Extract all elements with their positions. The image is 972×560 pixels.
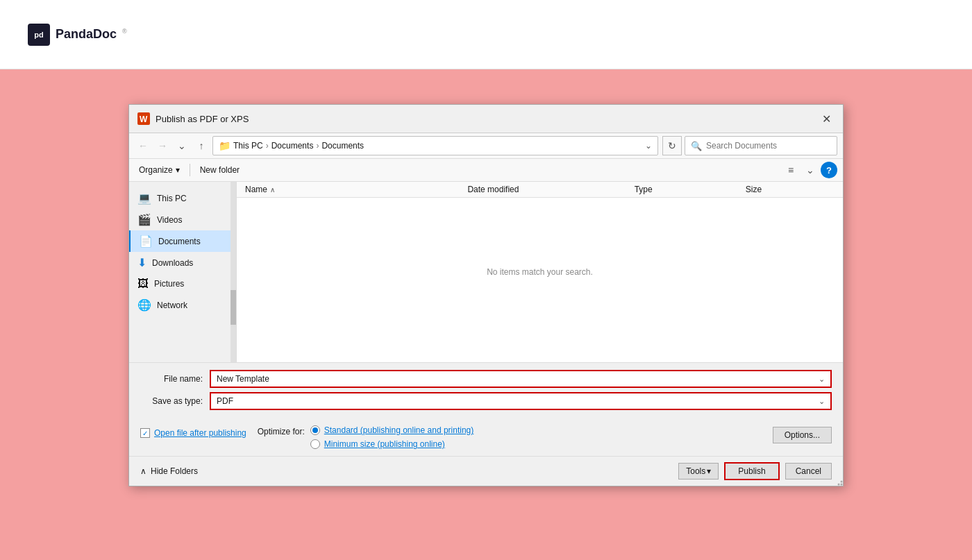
sidebar-item-documents-label: Documents bbox=[158, 237, 201, 246]
column-name[interactable]: Name ∧ bbox=[245, 185, 467, 194]
sidebar: 💻 This PC 🎬 Videos 📄 Documents ⬇ Downloa… bbox=[129, 182, 237, 362]
app-logo: pd PandaDoc ® bbox=[28, 24, 127, 46]
new-folder-label: New folder bbox=[200, 165, 240, 175]
tools-label: Tools bbox=[686, 466, 705, 476]
sidebar-item-network[interactable]: 🌐 Network bbox=[129, 294, 236, 316]
organize-button[interactable]: Organize ▾ bbox=[135, 163, 184, 177]
folder-icon: 📁 bbox=[219, 140, 231, 151]
save-type-value: PDF bbox=[217, 396, 233, 406]
search-input[interactable] bbox=[706, 141, 817, 151]
organize-label: Organize bbox=[139, 165, 173, 175]
pictures-icon: 🖼 bbox=[137, 278, 149, 290]
file-name-dropdown-arrow[interactable]: ⌄ bbox=[819, 375, 825, 384]
breadcrumb-documents2: Documents bbox=[321, 141, 364, 151]
tools-button[interactable]: Tools ▾ bbox=[678, 463, 719, 480]
file-name-input[interactable]: New Template ⌄ bbox=[210, 370, 832, 388]
open-file-checkbox[interactable]: ✓ bbox=[140, 428, 150, 438]
minimum-label[interactable]: Minimum size (publishing online) bbox=[324, 439, 445, 449]
new-folder-button[interactable]: New folder bbox=[196, 163, 244, 177]
file-name-label: File name: bbox=[140, 374, 210, 384]
view-mode-button[interactable]: ≡ bbox=[782, 162, 800, 178]
options-area: ✓ Open file after publishing Optimize fo… bbox=[129, 421, 843, 456]
options-button[interactable]: Options... bbox=[773, 427, 832, 443]
minimum-radio-option: Minimum size (publishing online) bbox=[310, 439, 474, 449]
nav-back-button[interactable]: ← bbox=[135, 137, 151, 154]
dialog-title-text: Publish as PDF or XPS bbox=[156, 114, 249, 124]
publish-button[interactable]: Publish bbox=[724, 462, 779, 480]
downloads-icon: ⬇ bbox=[137, 256, 146, 269]
dialog-close-button[interactable]: ✕ bbox=[818, 110, 835, 127]
sidebar-item-this-pc-label: This PC bbox=[157, 194, 187, 203]
sidebar-item-downloads-label: Downloads bbox=[152, 258, 193, 268]
nav-forward-button[interactable]: → bbox=[154, 137, 171, 154]
search-bar: 🔍 bbox=[685, 136, 837, 155]
hide-folders-arrow: ∧ bbox=[140, 466, 146, 476]
sidebar-scrollbar[interactable] bbox=[231, 182, 236, 362]
footer-right: Tools ▾ Publish Cancel bbox=[678, 462, 832, 480]
sidebar-scroll-thumb[interactable] bbox=[231, 290, 236, 325]
sidebar-item-pictures-label: Pictures bbox=[154, 279, 184, 289]
logo-icon: pd bbox=[28, 24, 50, 46]
hide-folders-button[interactable]: ∧ Hide Folders bbox=[140, 466, 198, 476]
cancel-button[interactable]: Cancel bbox=[785, 463, 832, 480]
minimum-radio[interactable] bbox=[310, 439, 320, 449]
optimize-radio-group: Standard (publishing online and printing… bbox=[310, 425, 474, 449]
tools-arrow: ▾ bbox=[707, 466, 711, 476]
dialog-footer: ∧ Hide Folders Tools ▾ Publish Cancel bbox=[129, 456, 843, 486]
nav-up-button[interactable]: ↑ bbox=[193, 137, 210, 154]
save-type-row: Save as type: PDF ⌄ bbox=[140, 392, 832, 410]
sidebar-item-pictures[interactable]: 🖼 Pictures bbox=[129, 273, 236, 294]
sidebar-item-downloads[interactable]: ⬇ Downloads bbox=[129, 252, 236, 273]
documents-icon: 📄 bbox=[139, 235, 153, 248]
file-name-value: New Template bbox=[217, 374, 269, 384]
address-dropdown-arrow[interactable]: ⌄ bbox=[645, 141, 652, 151]
toolbar: Organize ▾ New folder ≡ ⌄ ? bbox=[129, 159, 843, 182]
breadcrumb-this-pc: This PC bbox=[233, 141, 263, 151]
open-file-label[interactable]: Open file after publishing bbox=[154, 428, 246, 438]
network-icon: 🌐 bbox=[137, 298, 151, 312]
dialog-titlebar: W Publish as PDF or XPS ✕ bbox=[129, 105, 843, 133]
publish-dialog: W Publish as PDF or XPS ✕ ← → ⌄ ↑ 📁 This… bbox=[128, 104, 844, 486]
column-date[interactable]: Date modified bbox=[467, 185, 634, 194]
office-icon: W bbox=[137, 112, 150, 125]
svg-point-4 bbox=[838, 484, 840, 486]
standard-radio-option: Standard (publishing online and printing… bbox=[310, 425, 474, 435]
sidebar-item-videos[interactable]: 🎬 Videos bbox=[129, 209, 236, 230]
save-type-label: Save as type: bbox=[140, 396, 210, 406]
file-list-header: Name ∧ Date modified Type Size bbox=[237, 182, 843, 198]
refresh-button[interactable]: ↻ bbox=[662, 136, 682, 155]
standard-radio[interactable] bbox=[310, 425, 320, 435]
open-file-checkbox-group: ✓ Open file after publishing bbox=[140, 425, 246, 438]
dialog-title-left: W Publish as PDF or XPS bbox=[137, 112, 249, 125]
dialog-body: 💻 This PC 🎬 Videos 📄 Documents ⬇ Downloa… bbox=[129, 182, 843, 362]
checkbox-check: ✓ bbox=[142, 430, 148, 437]
nav-recent-button[interactable]: ⌄ bbox=[174, 137, 190, 154]
column-type[interactable]: Type bbox=[635, 185, 746, 194]
optimize-label: Optimize for: bbox=[258, 425, 305, 436]
svg-point-3 bbox=[841, 481, 843, 483]
sidebar-item-documents[interactable]: 📄 Documents bbox=[129, 230, 236, 252]
sort-icon: ∧ bbox=[270, 186, 275, 194]
file-name-row: File name: New Template ⌄ bbox=[140, 370, 832, 388]
save-type-input[interactable]: PDF ⌄ bbox=[210, 392, 832, 410]
save-type-dropdown-arrow[interactable]: ⌄ bbox=[819, 397, 825, 406]
hide-folders-label: Hide Folders bbox=[151, 466, 198, 476]
svg-text:W: W bbox=[140, 114, 148, 124]
view-dropdown-button[interactable]: ⌄ bbox=[801, 162, 819, 178]
dialog-form: File name: New Template ⌄ Save as type: … bbox=[129, 362, 843, 421]
logo-trademark: ® bbox=[122, 28, 127, 35]
sidebar-item-network-label: Network bbox=[157, 300, 187, 310]
videos-icon: 🎬 bbox=[137, 213, 151, 226]
app-header: pd PandaDoc ® bbox=[0, 0, 972, 69]
sidebar-item-this-pc[interactable]: 💻 This PC bbox=[129, 187, 236, 209]
toolbar-separator bbox=[190, 164, 190, 176]
help-button[interactable]: ? bbox=[821, 162, 837, 178]
resize-handle[interactable] bbox=[835, 477, 843, 486]
address-bar[interactable]: 📁 This PC › Documents › Documents ⌄ bbox=[212, 136, 658, 155]
svg-point-2 bbox=[841, 484, 843, 486]
sidebar-item-videos-label: Videos bbox=[157, 215, 182, 225]
column-size[interactable]: Size bbox=[746, 185, 835, 194]
this-pc-icon: 💻 bbox=[137, 192, 151, 205]
standard-label[interactable]: Standard (publishing online and printing… bbox=[324, 425, 474, 435]
breadcrumb: 📁 This PC › Documents › Documents bbox=[219, 140, 642, 151]
